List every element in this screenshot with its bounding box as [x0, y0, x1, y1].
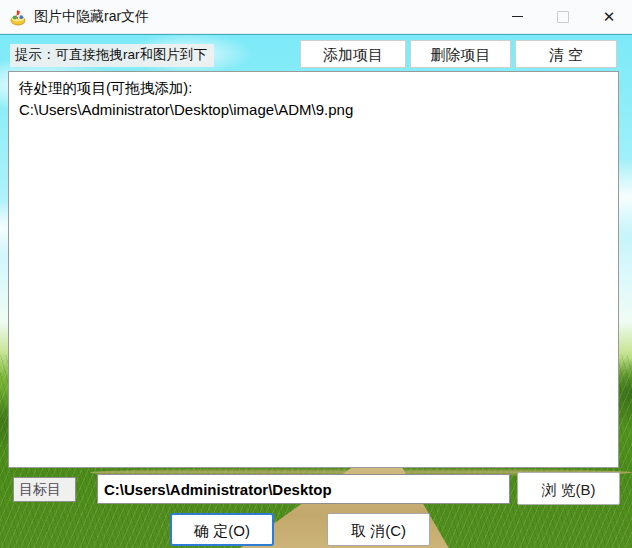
minimize-icon — [512, 16, 523, 17]
cancel-button[interactable]: 取 消(C) — [327, 513, 430, 546]
list-header: 待处理的项目(可拖拽添加): — [19, 77, 608, 99]
dialog-window: 图片中隐藏rar文件 ✕ 提示：可直接拖拽rar和图片到下 添加项目 删除项目 … — [0, 0, 632, 548]
minimize-button[interactable] — [494, 0, 540, 33]
clear-button[interactable]: 清 空 — [515, 40, 617, 68]
pending-items-list[interactable]: 待处理的项目(可拖拽添加): C:\Users\Administrator\De… — [8, 71, 619, 468]
maximize-icon — [557, 11, 569, 23]
add-items-button[interactable]: 添加项目 — [300, 40, 406, 68]
list-item[interactable]: C:\Users\Administrator\Desktop\image\ADM… — [19, 99, 608, 121]
close-icon: ✕ — [603, 9, 616, 24]
target-dir-label: 目标目 — [13, 477, 76, 502]
drag-hint-label: 提示：可直接拖拽rar和图片到下 — [10, 44, 214, 67]
delete-items-button[interactable]: 删除项目 — [410, 40, 511, 68]
close-button[interactable]: ✕ — [586, 0, 632, 33]
caption-buttons: ✕ — [494, 0, 632, 33]
ok-button[interactable]: 确 定(O) — [170, 513, 274, 546]
window-title: 图片中隐藏rar文件 — [34, 8, 149, 26]
app-icon — [9, 8, 27, 26]
browse-button[interactable]: 浏 览(B) — [517, 472, 620, 505]
target-dir-input[interactable] — [97, 474, 510, 504]
title-bar: 图片中隐藏rar文件 ✕ — [0, 0, 632, 34]
maximize-button[interactable] — [540, 0, 586, 33]
